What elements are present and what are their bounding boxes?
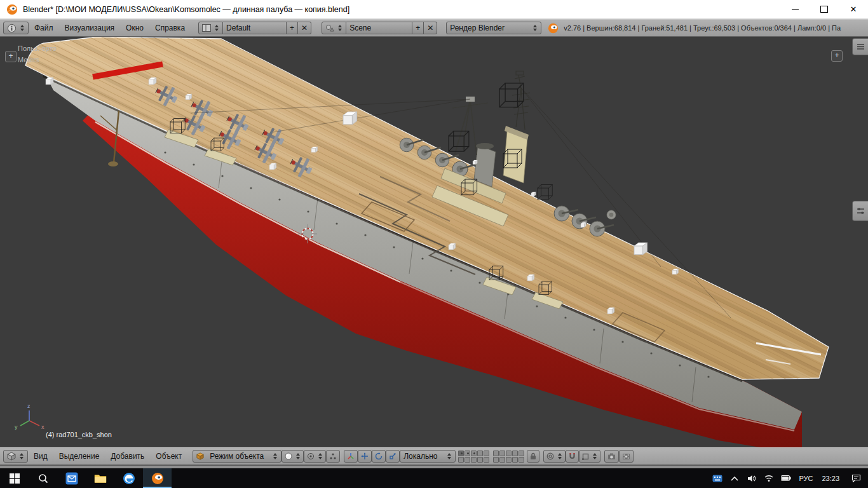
properties-region-expand-button[interactable]: + <box>831 50 843 62</box>
layer-toggle[interactable] <box>477 457 483 463</box>
menu-render[interactable]: Визуализация <box>59 24 121 32</box>
pivot-align-toggle[interactable] <box>326 450 340 463</box>
viewport-3d[interactable]: x y z Польз.-орто Meters (4) rad701_ckb_… <box>0 37 868 447</box>
collapsed-properties-tab[interactable] <box>852 201 868 221</box>
manipulator-axis-icon <box>347 452 355 460</box>
object-mode-icon <box>196 452 204 460</box>
screen-layout-add-button[interactable]: + <box>287 22 298 34</box>
close-button[interactable]: ✕ <box>839 0 868 18</box>
network-icon[interactable] <box>760 468 777 488</box>
scene-add-button[interactable]: + <box>412 22 424 34</box>
collapsed-outliner-tab[interactable] <box>852 38 868 55</box>
language-indicator[interactable]: РУС <box>794 468 817 488</box>
render-engine-value: Рендер Blender <box>450 24 505 32</box>
snap-element-dropdown[interactable] <box>579 450 600 463</box>
screen-layout-delete-button[interactable]: ✕ <box>298 22 311 34</box>
pivot-align-icon <box>329 452 337 460</box>
manipulator-toggle[interactable] <box>344 450 358 463</box>
scene-delete-button[interactable]: ✕ <box>424 22 437 34</box>
layer-toggle[interactable] <box>499 451 505 456</box>
scene-lock-toggle[interactable] <box>527 450 539 463</box>
layer-toggle[interactable] <box>512 451 518 456</box>
axis-label-y: y <box>15 424 18 430</box>
pivot-icon <box>307 452 315 460</box>
file-explorer-icon <box>94 472 107 485</box>
lock-icon <box>530 452 536 460</box>
minimize-button[interactable] <box>780 0 810 18</box>
tray-touch-keyboard-icon[interactable] <box>709 468 726 488</box>
taskbar-app-file-explorer[interactable] <box>86 468 114 488</box>
ship-model[interactable] <box>0 37 868 447</box>
layer-toggle[interactable] <box>512 457 518 463</box>
proportional-edit-icon <box>546 452 554 460</box>
layer-toggle[interactable] <box>465 451 470 456</box>
minimize-icon <box>792 9 799 10</box>
layer-toggle[interactable] <box>465 457 470 463</box>
menu-view[interactable]: Вид <box>28 452 53 461</box>
chevron-updown-icon <box>20 25 25 31</box>
layer-toggle[interactable] <box>493 457 499 463</box>
layer-toggle[interactable] <box>477 451 483 456</box>
units-label: Meters <box>18 56 39 64</box>
layer-toggle[interactable] <box>484 451 489 456</box>
screen-layout-browse-button[interactable] <box>198 22 223 34</box>
menu-object[interactable]: Объект <box>150 452 187 461</box>
layer-toggle[interactable] <box>506 451 512 456</box>
menu-add[interactable]: Добавить <box>105 452 150 461</box>
start-button[interactable] <box>0 468 29 488</box>
snap-toggle[interactable] <box>566 450 579 463</box>
battery-icon[interactable] <box>777 468 794 488</box>
editor-type-button-info[interactable] <box>3 22 29 34</box>
menu-help[interactable]: Справка <box>149 24 191 32</box>
layer-toggle[interactable] <box>471 451 477 456</box>
mode-value: Режим объекта <box>210 452 264 461</box>
opengl-render-button[interactable] <box>604 450 619 463</box>
taskbar-app-edge[interactable] <box>114 468 143 488</box>
layer-toggle[interactable] <box>458 451 464 456</box>
info-header: Файл Визуализация Окно Справка Default +… <box>0 19 868 37</box>
taskbar-app-blender[interactable] <box>143 468 172 488</box>
viewport-canvas[interactable]: x y z <box>0 37 868 447</box>
menu-select[interactable]: Выделение <box>53 452 105 461</box>
transform-orientation-dropdown[interactable]: Локально <box>400 450 456 463</box>
action-center-icon[interactable] <box>844 468 868 488</box>
layer-toggle[interactable] <box>484 457 489 463</box>
layer-toggle[interactable] <box>471 457 477 463</box>
rotate-manipulator-icon <box>375 452 383 460</box>
chevron-updown-icon <box>295 453 301 459</box>
scene-name-field[interactable]: Scene <box>346 22 412 34</box>
scene-browse-button[interactable] <box>322 22 346 34</box>
chevron-updown-icon <box>214 25 219 31</box>
editor-type-button-3dview[interactable] <box>3 450 28 463</box>
screen-layout-name-field[interactable]: Default <box>223 22 287 34</box>
layer-toggle[interactable] <box>499 457 505 463</box>
pivot-point-dropdown[interactable] <box>304 450 326 463</box>
taskbar-app-mail[interactable] <box>57 468 86 488</box>
axis-label-x: x <box>41 424 44 430</box>
taskbar-search-button[interactable] <box>29 468 57 488</box>
render-engine-dropdown[interactable]: Рендер Blender <box>446 22 541 34</box>
manipulator-scale-button[interactable] <box>386 450 400 463</box>
menu-window[interactable]: Окно <box>120 24 149 32</box>
maximize-button[interactable] <box>810 0 839 18</box>
search-icon <box>38 473 48 484</box>
layer-toggle[interactable] <box>493 451 499 456</box>
proportional-edit-dropdown[interactable] <box>543 450 566 463</box>
layer-toggle[interactable] <box>519 457 524 463</box>
manipulator-translate-button[interactable] <box>358 450 372 463</box>
viewport-shading-dropdown[interactable] <box>281 450 304 463</box>
hidden-icons-chevron[interactable] <box>726 468 743 488</box>
volume-icon[interactable] <box>743 468 760 488</box>
mode-dropdown[interactable]: Режим объекта <box>193 450 281 463</box>
layer-toggle[interactable] <box>458 457 464 463</box>
window-titlebar[interactable]: Blender* [D:\МОИ МОДЕЛИ\USSA\Okean\Komso… <box>0 0 868 19</box>
layer-toggle[interactable] <box>506 457 512 463</box>
chevron-updown-icon <box>318 453 323 459</box>
taskbar-clock[interactable]: 23:23 <box>817 468 844 488</box>
layer-toggle[interactable] <box>519 451 524 456</box>
opengl-render-anim-button[interactable] <box>619 450 634 463</box>
manipulator-rotate-button[interactable] <box>372 450 386 463</box>
toolshelf-expand-button[interactable]: + <box>5 51 17 62</box>
menu-file[interactable]: Файл <box>29 24 59 32</box>
chevron-updown-icon <box>337 25 342 31</box>
